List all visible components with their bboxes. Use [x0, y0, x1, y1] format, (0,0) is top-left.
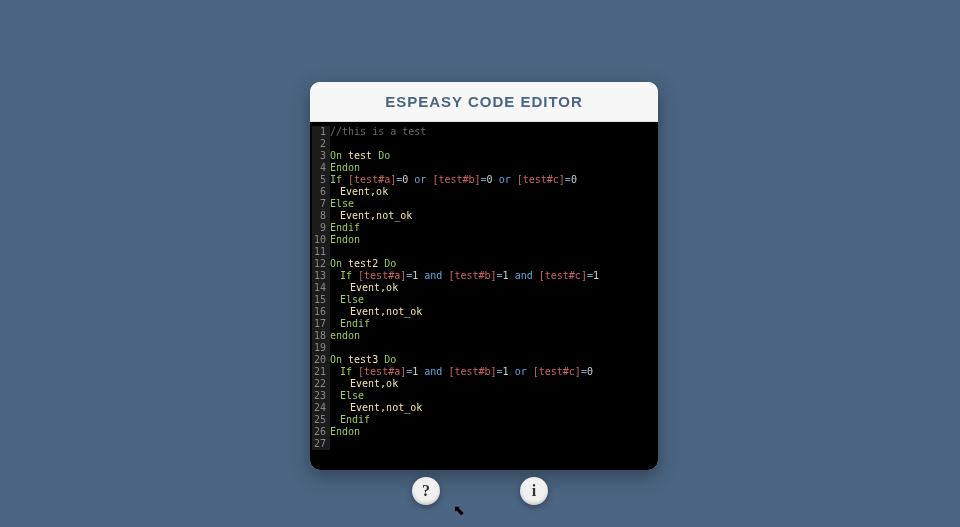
code-line[interactable]: Endon: [330, 426, 652, 438]
code-line[interactable]: [330, 342, 652, 354]
line-number: 25: [312, 414, 326, 426]
code-token: 1: [412, 366, 424, 377]
code-line[interactable]: Event,ok: [330, 378, 652, 390]
code-token: On: [330, 150, 348, 161]
code-token: [test#a]: [358, 270, 406, 281]
line-number: 12: [312, 258, 326, 270]
code-token: [test#b]: [432, 174, 480, 185]
code-token: 1: [503, 366, 515, 377]
code-token: 0: [402, 174, 414, 185]
line-number: 13: [312, 270, 326, 282]
code-line[interactable]: Else: [330, 294, 652, 306]
code-token: Endon: [330, 426, 360, 437]
line-number: 4: [312, 162, 326, 174]
info-icon: i: [532, 483, 536, 499]
code-token: Endif: [340, 318, 370, 329]
code-token: 0: [587, 366, 593, 377]
code-line[interactable]: Endon: [330, 234, 652, 246]
code-token: or: [499, 174, 517, 185]
code-token: Endif: [340, 414, 370, 425]
code-token: [test#b]: [448, 270, 496, 281]
code-line[interactable]: On test3 Do: [330, 354, 652, 366]
line-number: 9: [312, 222, 326, 234]
line-number: 20: [312, 354, 326, 366]
code-token: test3: [348, 354, 384, 365]
code-token: or: [414, 174, 432, 185]
code-token: [test#c]: [539, 270, 587, 281]
code-token: test2: [348, 258, 384, 269]
editor-header: ESPEASY CODE EDITOR: [310, 82, 658, 122]
line-number: 27: [312, 438, 326, 450]
line-number: 5: [312, 174, 326, 186]
code-line[interactable]: Endif: [330, 318, 652, 330]
code-line[interactable]: [330, 438, 652, 450]
line-number: 3: [312, 150, 326, 162]
line-number: 22: [312, 378, 326, 390]
code-editor[interactable]: 1234567891011121314151617181920212223242…: [310, 122, 658, 470]
code-token: Event,ok: [340, 186, 388, 197]
code-token: Event,not_ok: [340, 210, 412, 221]
code-content[interactable]: //this is a test On test DoEndonIf [test…: [330, 126, 652, 450]
line-number: 26: [312, 426, 326, 438]
line-number: 6: [312, 186, 326, 198]
code-token: Endif: [330, 222, 360, 233]
question-mark-icon: ?: [422, 483, 430, 499]
code-line[interactable]: Event,ok: [330, 186, 652, 198]
code-token: 1: [412, 270, 424, 281]
code-token: Do: [384, 354, 396, 365]
code-token: If: [340, 270, 358, 281]
code-token: 0: [571, 174, 577, 185]
code-token: 1: [593, 270, 599, 281]
code-line[interactable]: If [test#a]=1 and [test#b]=1 and [test#c…: [330, 270, 652, 282]
code-line[interactable]: Event,ok: [330, 282, 652, 294]
code-line[interactable]: Endon: [330, 162, 652, 174]
bottom-button-bar: ? i: [0, 477, 960, 507]
code-token: 1: [503, 270, 515, 281]
code-token: 0: [487, 174, 499, 185]
code-line[interactable]: Endif: [330, 222, 652, 234]
editor-title: ESPEASY CODE EDITOR: [385, 93, 583, 110]
line-number: 7: [312, 198, 326, 210]
code-token: [test#a]: [358, 366, 406, 377]
code-token: and: [424, 270, 448, 281]
code-line[interactable]: [330, 246, 652, 258]
line-number: 1: [312, 126, 326, 138]
code-line[interactable]: If [test#a]=1 and [test#b]=1 or [test#c]…: [330, 366, 652, 378]
line-number: 24: [312, 402, 326, 414]
code-line[interactable]: On test2 Do: [330, 258, 652, 270]
code-token: Endon: [330, 162, 360, 173]
code-line[interactable]: endon: [330, 330, 652, 342]
line-number: 11: [312, 246, 326, 258]
code-token: On: [330, 258, 348, 269]
code-token: Event,not_ok: [350, 306, 422, 317]
line-number: 18: [312, 330, 326, 342]
info-button[interactable]: i: [520, 477, 548, 505]
code-line[interactable]: Event,not_ok: [330, 210, 652, 222]
code-line[interactable]: If [test#a]=0 or [test#b]=0 or [test#c]=…: [330, 174, 652, 186]
code-line[interactable]: //this is a test: [330, 126, 652, 138]
help-button[interactable]: ?: [412, 477, 440, 505]
code-line[interactable]: Else: [330, 390, 652, 402]
code-line[interactable]: Event,not_ok: [330, 306, 652, 318]
line-number-gutter: 1234567891011121314151617181920212223242…: [312, 126, 330, 450]
line-number: 8: [312, 210, 326, 222]
code-token: [test#a]: [348, 174, 396, 185]
code-line[interactable]: [330, 138, 652, 150]
line-number: 14: [312, 282, 326, 294]
editor-card: ESPEASY CODE EDITOR 12345678910111213141…: [310, 82, 658, 470]
code-token: Endon: [330, 234, 360, 245]
code-token: and: [424, 366, 448, 377]
code-line[interactable]: On test Do: [330, 150, 652, 162]
code-token: //this is a test: [330, 126, 426, 137]
code-token: test: [348, 150, 378, 161]
code-line[interactable]: Endif: [330, 414, 652, 426]
code-token: or: [515, 366, 533, 377]
code-line[interactable]: Else: [330, 198, 652, 210]
code-line[interactable]: Event,not_ok: [330, 402, 652, 414]
code-token: On: [330, 354, 348, 365]
code-token: [test#c]: [533, 366, 581, 377]
line-number: 16: [312, 306, 326, 318]
code-token: Event,not_ok: [350, 402, 422, 413]
code-token: and: [515, 270, 539, 281]
line-number: 23: [312, 390, 326, 402]
